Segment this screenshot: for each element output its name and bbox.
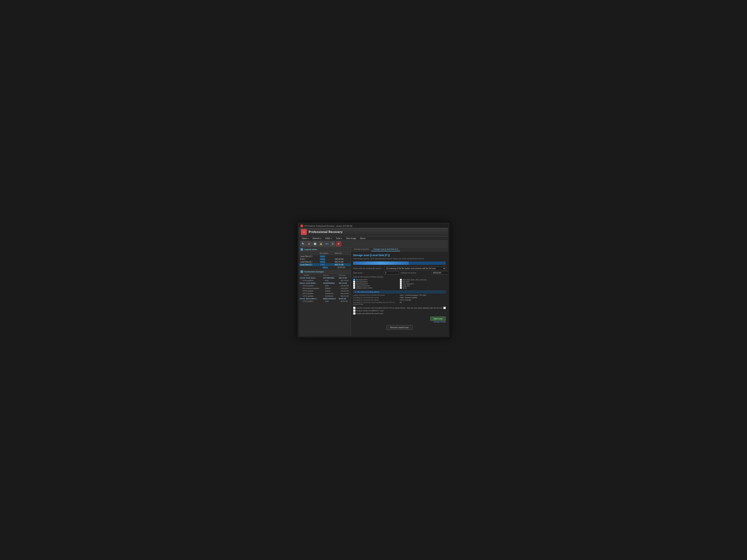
table-row[interactable]: NTFS partition 4096 465.76 GB — [299, 279, 351, 282]
partition-start: 418166784 — [323, 292, 338, 295]
menu-tools[interactable]: Tools — [334, 237, 344, 240]
vmfs-checkbox[interactable] — [353, 287, 355, 289]
reiserfs-checkbox[interactable] — [400, 283, 402, 285]
app-title: Professional Recovery — [309, 230, 342, 234]
list-item: VMware (ESXi) VMFS — [353, 287, 399, 289]
table-row[interactable]: Local Disk (F:) NTFS 465.75 GB — [299, 263, 351, 266]
partition-name: NTFS partition — [299, 292, 323, 295]
disk-button[interactable]: 💿 — [312, 241, 317, 246]
table-row[interactable]: NTFS partition 418166784 616.04 MB — [299, 292, 351, 295]
list-item: Microsoft ReFS — [353, 281, 399, 283]
btrfs-checkbox[interactable] — [400, 287, 402, 289]
partition-size: 16.00 MB — [338, 287, 351, 290]
close-button[interactable]: ✕ — [336, 241, 341, 246]
num-sectors-field: Number of sectors: — [401, 271, 448, 274]
resume-saved-scan-button[interactable]: Resume saved scan — [386, 325, 413, 330]
jfs-checkbox[interactable] — [400, 285, 402, 287]
action-dropdown[interactable]: Do indexing of the file system and conti… — [384, 267, 446, 270]
table-row[interactable]: NTFS 28.89 GB — [299, 266, 351, 269]
tab-storage-properties[interactable]: Storage properties — [352, 247, 371, 251]
refs-checkbox[interactable] — [353, 281, 355, 283]
menu-disk-image[interactable]: Disk Image — [344, 237, 358, 240]
lock-button[interactable]: 🔒 — [318, 241, 324, 246]
menu-raid[interactable]: RAID — [324, 237, 334, 240]
ntfs-checkbox[interactable] — [353, 279, 355, 281]
disk-name: Local Disk (C:) — [299, 255, 319, 258]
checkbox-row-3: Enable user-defined file search rules — [353, 312, 446, 315]
table-row[interactable]: D (D:) NTFS 199.28 GB — [299, 258, 351, 261]
logical-disks-table: file system total size Local Disk (C:) N… — [299, 252, 351, 269]
encoding-value-1: ANSI - Central European / CP-1250 — [400, 294, 446, 296]
utf16-checkbox[interactable] — [353, 307, 356, 309]
scan-progress-bar — [353, 262, 446, 265]
partition-size: 199.28 GB — [338, 290, 351, 292]
table-row[interactable]: Local Disk (E:) NTFS 265.76 GB — [299, 261, 351, 263]
save-scan-checkbox[interactable] — [443, 307, 446, 309]
menu-open[interactable]: Open — [301, 237, 310, 240]
checkbox-row-1: Assume Linux/Unix uses encoding even for… — [353, 307, 446, 309]
tab-bar: Storage properties Storage scan [Local D… — [351, 247, 448, 251]
partition-start: 2048 — [323, 285, 338, 287]
app-logo: U — [301, 229, 307, 235]
connected-storages-header: Connected storages — [299, 270, 351, 274]
btrfs-label: Btr-fs — [403, 287, 407, 289]
ext-label: Ext2, Ext3, Ext4, UFS, UFS2 etc. — [403, 279, 427, 281]
partition-size: 616.04 MB — [338, 292, 351, 295]
ext-checkbox[interactable] — [400, 279, 402, 281]
start-scan-button[interactable]: Start scan — [430, 317, 446, 321]
disk-name: Local Disk (E:) — [299, 261, 319, 263]
manage-results-link[interactable]: Manage Results — [353, 321, 446, 323]
col-name — [299, 252, 319, 255]
tab-storage-scan[interactable]: Storage scan [Local Disk (F:)] — [371, 247, 400, 251]
encoding-label-1: Legacy Windows (non-Unicode) file names — [353, 294, 399, 296]
table-row[interactable]: Local Disk (C:) NTFS — [299, 255, 351, 258]
col-size: total size — [334, 252, 351, 255]
fat-checkbox[interactable] — [353, 285, 355, 287]
table-row[interactable]: NTFS partition 239616 199.28 GB — [299, 290, 351, 292]
disk-size: 465.75 GB — [334, 263, 351, 266]
table-row[interactable]: NTFS partition 2048 28.90 GB — [299, 300, 351, 302]
partition-size: 100.00 MB — [338, 285, 351, 287]
intelliraw-checkbox[interactable] — [353, 310, 356, 312]
table-row[interactable]: FAT32 partition 2048 100.00 MB — [299, 285, 351, 287]
menu-about[interactable]: About — [359, 237, 367, 240]
scan-title: Storage scan [Local Disk (F:)] — [353, 254, 446, 257]
encoding-header[interactable]: File name encoding options — [353, 290, 446, 294]
exfat-label: Microsoft ExFAT — [356, 283, 368, 285]
list-button[interactable]: ☰ — [330, 241, 335, 246]
save-scan-label: Save the scan status database after the … — [407, 307, 443, 309]
table-row[interactable]: Drive1: Fixed WD55... 20432FB06504 465.7… — [299, 282, 351, 285]
action-label: Action with the existing file system: — [353, 267, 383, 269]
exfat-checkbox[interactable] — [353, 283, 355, 285]
app-header: U Professional Recovery — [299, 228, 448, 236]
start-sector-input[interactable] — [384, 271, 399, 274]
storage-thead: label/ID start se... total size — [299, 274, 351, 277]
num-sectors-input[interactable] — [432, 271, 448, 274]
disk-fs: NTFS — [319, 261, 334, 263]
filesystem-families-grid: Microsoft NTFS Microsoft ReFS Microsoft … — [353, 279, 446, 289]
partition-name: MS Reserved partition — [299, 287, 323, 290]
drive-name: Drive2: Removable K... — [299, 297, 323, 300]
encoding-value-3: UTF-8 Unicode — [400, 299, 446, 301]
drive-id: 6ED6A340AEC9 — [323, 297, 338, 300]
menu-refresh[interactable]: Refresh — [311, 237, 323, 240]
disk-sub-size: 28.89 GB — [334, 266, 351, 269]
scan-subtitle: Total storage capacity: 28.90 GB [606023… — [353, 258, 446, 260]
table-row[interactable]: Drive2: Removable K... 6ED6A340AEC9 28.9… — [299, 297, 351, 300]
settings-button[interactable]: ⚙ — [306, 241, 312, 246]
list-item: Ext2, Ext3, Ext4, UFS, UFS2 etc. — [400, 279, 446, 281]
list-item: SGI XFS — [400, 281, 446, 283]
table-row[interactable]: NTFS partition 419430400 265.76 GB — [299, 295, 351, 297]
left-panel: Logical disks file system total size Loc… — [299, 247, 351, 336]
xfs-checkbox[interactable] — [400, 281, 402, 283]
table-row[interactable]: Drive0: Fixed Sams... S3YANDFNB0... 465.… — [299, 277, 351, 279]
hex-button[interactable]: HEX — [324, 241, 329, 246]
user-rules-checkbox[interactable] — [353, 312, 356, 315]
partition-name: FAT32 partition — [299, 285, 323, 287]
toolbar: 🔍 ⚙ 💿 🔒 HEX ☰ ✕ — [299, 241, 448, 247]
table-row[interactable]: MS Reserved partition 206848 16.00 MB — [299, 287, 351, 290]
search-button[interactable]: 🔍 — [301, 241, 306, 246]
partition-start: 206848 — [323, 287, 338, 290]
encoding-value-4: No — [400, 301, 446, 305]
logical-disks-thead: file system total size — [299, 252, 351, 255]
